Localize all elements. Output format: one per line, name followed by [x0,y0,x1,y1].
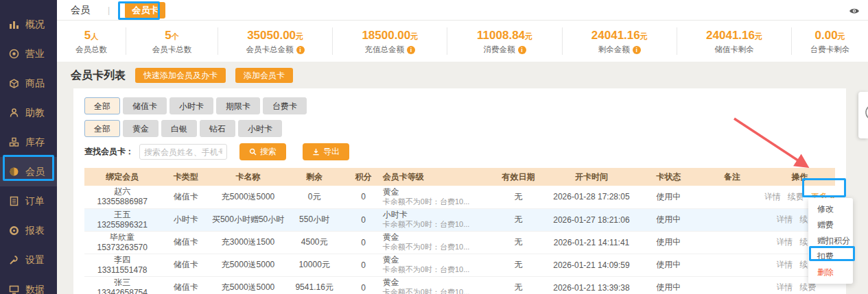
filter-type-table-fee[interactable]: 台费卡 [263,97,307,114]
status-badge: 使用中 [637,231,700,254]
card-type: 储值卡 [160,276,211,294]
card-points: 0 [344,231,383,254]
sidebar-item-assistant[interactable]: 助教 [0,98,57,127]
detail-link[interactable]: 详情 [776,237,793,247]
stat-value: 11008.84 [477,29,525,42]
menu-item-delete[interactable]: 删除 [808,265,853,280]
page-title: 会员卡列表 [71,69,126,83]
member-card-panel: 全部 储值卡 小时卡 期限卡 台费卡 全部 黄金 白银 钻石 小时卡 查找会员卡… [73,88,846,294]
card-type: 储值卡 [160,254,211,276]
col-card-type: 卡类型 [160,168,211,186]
sidebar-item-orders[interactable]: 订单 [0,186,57,216]
filter-level-all[interactable]: 全部 [84,120,120,137]
detail-link[interactable]: 详情 [776,215,793,224]
sidebar-item-overview[interactable]: 概况 [0,10,57,39]
stat-recharge-total: 18500.00元 充值总金额 [332,27,447,55]
goods-box-icon [9,78,19,88]
member-name: 王五 [84,210,160,220]
filter-card-type: 全部 储值卡 小时卡 期限卡 台费卡 [84,97,835,114]
col-card-status: 卡状态 [637,168,700,186]
card-points: 0 [344,186,383,208]
sidebar-item-settings[interactable]: 设置 [0,245,57,275]
quick-add-member-card-button[interactable]: 快速添加会员及办卡 [135,68,226,83]
export-button[interactable]: 导出 [303,143,349,160]
table-row: 张三13342658754 储值卡 充5000送5000 9541.16元 0 … [84,276,835,294]
filter-type-hour[interactable]: 小时卡 [169,97,213,114]
stat-table-fee-card-remaining: 0.00元 台费卡剩余 [791,27,868,55]
member-badge-icon [9,167,19,177]
detail-link[interactable]: 详情 [776,282,793,292]
sidebar-item-business[interactable]: 营业 [0,39,57,69]
remark [700,186,764,208]
sidebar: 概况 营业 商品 助教 库存 会员 订单 报表 设置 数据 [0,0,57,294]
open-time: 2026-01-27 18:21:06 [546,208,637,231]
valid-date: 无 [491,254,546,276]
member-phone: 13255896321 [84,220,160,230]
info-icon[interactable] [633,46,641,54]
filter-level-hour[interactable]: 小时卡 [238,120,282,137]
info-icon[interactable] [296,46,305,54]
card-points: 0 [344,276,383,294]
filter-type-all[interactable]: 全部 [84,97,120,114]
stat-value: 24041.16 [706,29,755,42]
renew-link[interactable]: 续费 [799,282,816,292]
col-open-time: 开卡时间 [546,168,637,186]
member-name: 李四 [84,255,160,265]
member-phone: 13311551478 [84,265,160,275]
sidebar-item-label: 订单 [25,195,45,208]
boxes-icon [9,137,19,147]
card-level: 黄金 [383,255,491,265]
floating-widget[interactable] [858,92,868,138]
sidebar-item-label: 数据 [25,284,45,294]
download-icon [312,148,320,156]
menu-item-modify[interactable]: 修改 [808,201,853,217]
menu-item-deduct-fee[interactable]: 扣费 [808,249,853,265]
card-type: 储值卡 [160,231,211,254]
card-level: 黄金 [383,278,491,288]
sidebar-item-reports[interactable]: 报表 [0,216,57,245]
sidebar-item-data[interactable]: 数据 [0,275,57,294]
renew-link[interactable]: 续费 [788,192,804,201]
menu-item-gift-fee[interactable]: 赠费 [808,217,853,233]
detail-link[interactable]: 详情 [764,192,781,201]
info-icon[interactable] [407,46,415,54]
search-input[interactable] [139,144,227,160]
sidebar-item-goods[interactable]: 商品 [0,69,57,98]
add-member-card-button[interactable]: 添加会员卡 [235,68,293,83]
card-balance: 4500元 [285,231,344,254]
card-points: 0 [344,254,383,276]
tab-member-cards[interactable]: 会员卡 [125,2,165,19]
filter-type-stored-value[interactable]: 储值卡 [123,97,167,114]
search-button[interactable]: 搜索 [239,143,286,160]
stat-unit: 个 [172,32,179,40]
status-badge: 使用中 [637,276,700,294]
open-time: 2026-01-21 13:39:38 [546,276,637,294]
remark [700,254,764,276]
card-type: 小时卡 [160,208,211,231]
card-level-note: 卡余额不为0时：台费10... [383,288,491,294]
tab-members[interactable]: 会员 [71,4,90,16]
filter-level-gold[interactable]: 黄金 [123,120,159,137]
filter-level-diamond[interactable]: 钻石 [200,120,235,137]
sidebar-item-label: 商品 [25,77,45,90]
sidebar-item-inventory[interactable]: 库存 [0,127,57,157]
detail-link[interactable]: 详情 [776,260,793,269]
sidebar-item-members[interactable]: 会员 [0,157,57,186]
more-actions-dropdown: 修改 赠费 赠扣积分 扣费 删除 [808,198,853,284]
status-badge: 使用中 [637,254,700,276]
export-button-label: 导出 [323,146,340,158]
info-icon[interactable] [518,46,526,54]
stat-label: 会员卡总数 [152,45,192,55]
status-badge: 使用中 [637,186,700,208]
eye-icon[interactable] [849,6,860,17]
table-row: 赵六13355886987 储值卡 充5000送5000 0元 0 黄金卡余额不… [84,186,835,208]
stat-value: 5 [165,29,171,42]
menu-item-adjust-points[interactable]: 赠扣积分 [808,233,853,249]
coin-icon [9,49,19,59]
stat-remaining-amount: 24041.16元 剩余金额 [562,27,677,55]
filter-type-period[interactable]: 期限卡 [216,97,260,114]
open-time: 2026-01-28 17:28:05 [546,186,637,208]
card-balance: 0元 [285,186,344,208]
stat-value: 35050.00 [247,29,296,42]
filter-level-silver[interactable]: 白银 [161,120,197,137]
